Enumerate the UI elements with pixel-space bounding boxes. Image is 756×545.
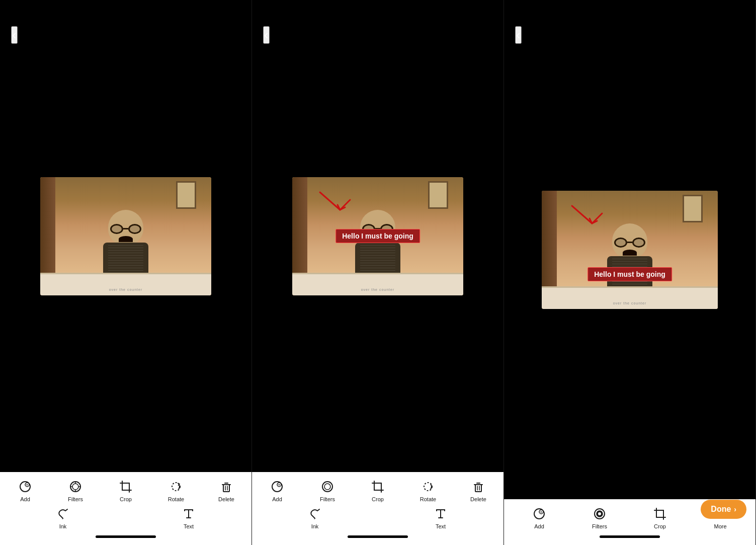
rotate-label-1: Rotate bbox=[168, 496, 184, 502]
ink-drawing-2 bbox=[310, 182, 370, 222]
filters-label-1: Filters bbox=[68, 496, 83, 502]
add-label-3: Add bbox=[534, 523, 544, 529]
crop-icon-1 bbox=[118, 479, 133, 494]
delete-icon-1 bbox=[219, 479, 234, 494]
toolbar-delete-2[interactable]: Delete bbox=[465, 479, 492, 502]
panel-1: ‹ bbox=[0, 0, 252, 545]
filters-label-2: Filters bbox=[320, 496, 335, 502]
toolbar-text-1[interactable]: Text bbox=[175, 506, 203, 529]
panel-3: ‹ bbox=[504, 0, 756, 545]
toolbar-crop-2[interactable]: Crop bbox=[364, 479, 392, 502]
crop-label-1: Crop bbox=[120, 496, 132, 502]
glasses-1 bbox=[110, 224, 141, 234]
sepia-scene-1: over the counter bbox=[40, 177, 211, 295]
photo-container-3: over the counter Hello I must be going bbox=[542, 191, 718, 309]
text-label-2: Text bbox=[436, 523, 446, 529]
photo-container-2: over the counter Hello I must be going bbox=[292, 177, 463, 295]
mustache-1 bbox=[119, 236, 133, 242]
text-label-1: Text bbox=[184, 523, 194, 529]
text-icon-1 bbox=[181, 506, 196, 521]
bathtub-2: over the counter bbox=[292, 273, 463, 295]
mustache-3 bbox=[623, 250, 637, 256]
add-label-2: Add bbox=[272, 496, 282, 502]
glasses-bridge-3 bbox=[627, 242, 632, 243]
text-icon-2 bbox=[433, 506, 448, 521]
delete-label-1: Delete bbox=[218, 496, 234, 502]
panel-2: ‹ bbox=[252, 0, 504, 545]
photo-bg-2: over the counter Hello I must be going bbox=[292, 177, 463, 295]
rotate-icon-2 bbox=[421, 479, 436, 494]
person-head-1 bbox=[108, 210, 143, 245]
add-label-1: Add bbox=[20, 496, 30, 502]
toolbar-row-1-2: Ink Text bbox=[0, 506, 251, 529]
home-indicator-1 bbox=[96, 535, 156, 538]
bathtub-text-3: over the counter bbox=[613, 301, 647, 305]
ink-label-2: Ink bbox=[311, 523, 319, 529]
glasses-left-1 bbox=[110, 224, 123, 234]
filters-label-3: Filters bbox=[592, 523, 607, 529]
svg-text:+: + bbox=[278, 483, 281, 487]
svg-point-11 bbox=[324, 484, 330, 490]
toolbar-delete-1[interactable]: Delete bbox=[213, 479, 240, 502]
svg-rect-13 bbox=[475, 485, 481, 492]
home-indicator-3 bbox=[600, 535, 660, 538]
back-button-2[interactable]: ‹ bbox=[263, 26, 270, 44]
add-icon-2: + bbox=[270, 479, 285, 494]
photo-bg-3: over the counter Hello I must be going bbox=[542, 191, 718, 309]
toolbar-rotate-2[interactable]: Rotate bbox=[414, 479, 442, 502]
toolbar-add-1[interactable]: + Add bbox=[12, 479, 39, 502]
rotate-icon-1 bbox=[169, 479, 184, 494]
glasses-right-1 bbox=[128, 224, 141, 234]
toolbar-row-1-1: + Add Filters bbox=[0, 479, 251, 502]
filters-icon-2 bbox=[320, 479, 335, 494]
toolbar-filters-2[interactable]: Filters bbox=[314, 479, 342, 502]
toolbar-2: + Add Filters bbox=[252, 472, 503, 545]
bathtub-1: over the counter bbox=[40, 273, 211, 295]
toolbar-add-3[interactable]: + Add bbox=[526, 506, 553, 529]
glasses-3 bbox=[614, 238, 645, 248]
text-overlay-3[interactable]: Hello I must be going bbox=[587, 267, 672, 281]
bathtub-3: over the counter bbox=[542, 286, 718, 309]
crop-label-3: Crop bbox=[654, 523, 666, 529]
toolbar-row-2-1: + Add Filters bbox=[252, 479, 503, 502]
photo-area-1: over the counter bbox=[0, 0, 251, 472]
bathtub-text-2: over the counter bbox=[361, 288, 395, 291]
filters-icon-3 bbox=[592, 506, 607, 521]
photo-container-1: over the counter bbox=[40, 177, 211, 295]
window-frame-1 bbox=[176, 181, 196, 209]
back-button-1[interactable]: ‹ bbox=[11, 26, 18, 44]
toolbar-ink-1[interactable]: Ink bbox=[49, 506, 77, 529]
rotate-label-2: Rotate bbox=[420, 496, 436, 502]
crop-icon-2 bbox=[370, 479, 385, 494]
delete-label-2: Delete bbox=[470, 496, 486, 502]
svg-text:+: + bbox=[540, 510, 543, 514]
done-button[interactable]: Done › bbox=[701, 500, 746, 519]
delete-icon-2 bbox=[471, 479, 486, 494]
back-button-3[interactable]: ‹ bbox=[515, 26, 522, 44]
toolbar-filters-1[interactable]: Filters bbox=[62, 479, 90, 502]
crop-icon-3 bbox=[652, 506, 667, 521]
toolbar-crop-1[interactable]: Crop bbox=[112, 479, 140, 502]
svg-point-12 bbox=[424, 483, 432, 491]
ink-label-1: Ink bbox=[59, 523, 67, 529]
svg-point-4 bbox=[72, 484, 78, 490]
toolbar-crop-3[interactable]: Crop bbox=[646, 506, 674, 529]
glasses-right-3 bbox=[632, 238, 645, 248]
toolbar-add-2[interactable]: + Add bbox=[264, 479, 291, 502]
filters-icon-1 bbox=[68, 479, 83, 494]
toolbar-ink-2[interactable]: Ink bbox=[301, 506, 329, 529]
glasses-left-3 bbox=[614, 238, 627, 248]
svg-point-19 bbox=[598, 512, 601, 515]
sepia-scene-3: over the counter Hello I must be going bbox=[542, 191, 718, 309]
ink-icon-2 bbox=[307, 506, 322, 521]
toolbar-rotate-1[interactable]: Rotate bbox=[162, 479, 190, 502]
bathtub-text-1: over the counter bbox=[109, 288, 143, 291]
window-frame-3 bbox=[683, 195, 703, 222]
done-chevron-icon: › bbox=[734, 505, 736, 513]
toolbar-text-2[interactable]: Text bbox=[427, 506, 455, 529]
toolbar-filters-3[interactable]: Filters bbox=[586, 506, 614, 529]
text-overlay-2[interactable]: Hello I must be going bbox=[335, 229, 420, 243]
toolbar-row-2-2: Ink Text bbox=[252, 506, 503, 529]
svg-rect-6 bbox=[223, 485, 229, 492]
toolbar-1: + Add Filters bbox=[0, 472, 251, 545]
